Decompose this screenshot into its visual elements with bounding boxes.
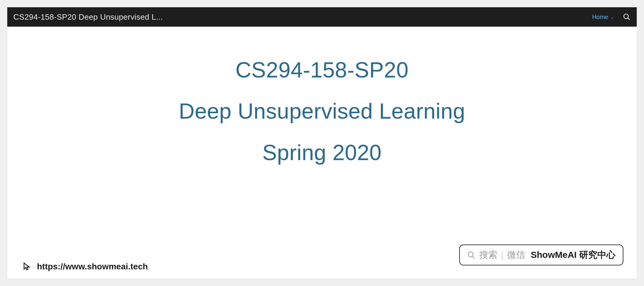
top-nav: CS294-158-SP20 Deep Unsupervised L... Ho… <box>7 7 637 27</box>
chevron-down-icon <box>610 15 614 19</box>
svg-line-3 <box>473 256 475 258</box>
search-icon <box>467 251 476 259</box>
page-container: CS294-158-SP20 Deep Unsupervised L... Ho… <box>0 0 644 286</box>
footer-link[interactable]: https://www.showmeai.tech <box>22 262 148 271</box>
widget-search-label: 搜索 <box>479 249 497 261</box>
svg-line-1 <box>628 18 630 20</box>
content-frame: CS294-158-SP20 Deep Unsupervised L... Ho… <box>7 7 637 279</box>
hero-section: CS294-158-SP20 Deep Unsupervised Learnin… <box>7 27 637 166</box>
widget-divider: | <box>501 250 503 260</box>
hero-line-2: Deep Unsupervised Learning <box>7 98 637 124</box>
svg-point-2 <box>468 252 473 257</box>
home-link[interactable]: Home <box>592 14 614 21</box>
hero-line-3: Spring 2020 <box>7 140 637 166</box>
search-icon[interactable] <box>623 13 631 21</box>
cursor-icon <box>22 262 32 271</box>
hero-line-1: CS294-158-SP20 <box>7 57 637 83</box>
widget-brand: ShowMeAI 研究中心 <box>531 249 616 261</box>
home-link-label: Home <box>592 14 608 21</box>
footer-url: https://www.showmeai.tech <box>37 262 148 271</box>
nav-right: Home <box>592 13 631 21</box>
widget-platform-label: 微信 <box>507 249 525 261</box>
svg-point-0 <box>624 14 628 18</box>
search-widget[interactable]: 搜索 | 微信 ShowMeAI 研究中心 <box>459 245 623 265</box>
site-title: CS294-158-SP20 Deep Unsupervised L... <box>13 12 163 22</box>
